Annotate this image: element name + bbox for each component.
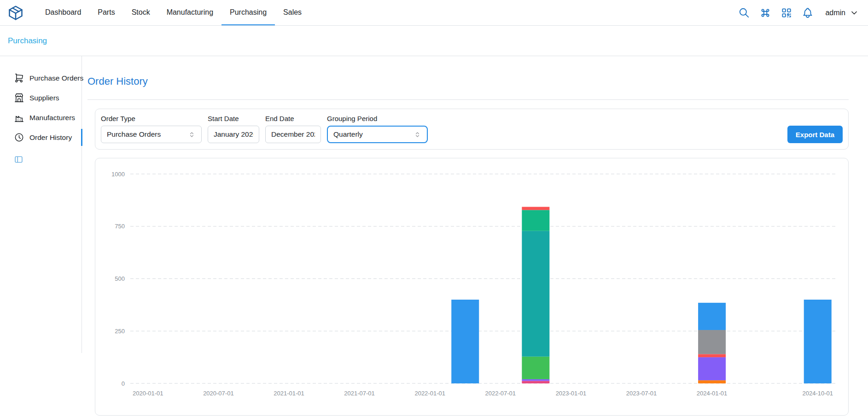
sidebar-item-label: Purchase Orders [29, 74, 83, 82]
tab-label: Purchasing [230, 8, 267, 17]
tab-sales[interactable]: Sales [275, 0, 310, 25]
sidebar-item-label: Manufacturers [29, 114, 75, 122]
app-logo-icon[interactable] [7, 0, 24, 25]
header-actions: admin [735, 0, 859, 25]
grouping-period-select[interactable]: Quarterly [327, 126, 428, 143]
tab-manufacturing[interactable]: Manufacturing [158, 0, 221, 25]
start-date-label: Start Date [208, 115, 259, 122]
building-store-icon [14, 93, 24, 103]
svg-text:2022-07-01: 2022-07-01 [485, 390, 516, 397]
sidebar-item-manufacturers[interactable]: Manufacturers [0, 108, 82, 127]
grouping-period-value: Quarterly [333, 130, 363, 139]
tab-label: Sales [283, 8, 302, 17]
command-palette-button[interactable] [756, 4, 775, 22]
grouping-period-label: Grouping Period [327, 115, 428, 122]
sidebar-collapse-button[interactable] [14, 155, 25, 166]
svg-text:500: 500 [115, 275, 125, 282]
start-date-input[interactable] [208, 126, 259, 143]
notifications-button[interactable] [798, 4, 817, 22]
end-date-group: End Date [265, 115, 321, 143]
sidebar-item-suppliers[interactable]: Suppliers [0, 88, 82, 108]
svg-text:2023-07-01: 2023-07-01 [626, 390, 657, 397]
breadcrumb: Purchasing [0, 26, 868, 56]
selector-chevrons-icon [414, 131, 421, 139]
history-icon [14, 132, 24, 143]
svg-text:2021-07-01: 2021-07-01 [344, 390, 375, 397]
order-type-label: Order Type [101, 115, 202, 122]
svg-text:2020-07-01: 2020-07-01 [203, 390, 234, 397]
start-date-group: Start Date [208, 115, 259, 143]
sidebar-collapse-icon [14, 155, 23, 164]
tab-purchasing[interactable]: Purchasing [221, 0, 275, 25]
chevron-down-icon [850, 8, 859, 17]
qr-code-icon [781, 7, 792, 19]
tab-label: Dashboard [45, 8, 81, 17]
export-data-button[interactable]: Export Data [787, 126, 843, 143]
bell-icon [802, 7, 814, 19]
svg-text:0: 0 [122, 380, 125, 387]
breadcrumb-purchasing[interactable]: Purchasing [8, 36, 47, 46]
svg-text:250: 250 [115, 328, 125, 335]
svg-text:2024-10-01: 2024-10-01 [802, 390, 833, 397]
order-type-select[interactable]: Purchase Orders [101, 126, 202, 143]
svg-text:1000: 1000 [111, 171, 125, 178]
tab-label: Parts [98, 8, 115, 17]
svg-text:2022-01-01: 2022-01-01 [414, 390, 445, 397]
filter-panel: Order Type Purchase Orders Start Date En… [95, 109, 849, 150]
order-type-value: Purchase Orders [107, 130, 161, 139]
sidebar-item-order-history[interactable]: Order History [0, 127, 82, 147]
tab-dashboard[interactable]: Dashboard [37, 0, 89, 25]
sidebar-item-label: Order History [29, 133, 72, 142]
order-history-chart: 025050075010002020-01-012020-07-012021-0… [103, 166, 841, 408]
end-date-label: End Date [265, 115, 321, 122]
main-panel: Order History Order Type Purchase Orders… [82, 56, 868, 416]
app-header: Dashboard Parts Stock Manufacturing Purc… [0, 0, 868, 26]
svg-text:2021-01-01: 2021-01-01 [274, 390, 304, 397]
sidebar: Purchase Orders Suppliers [0, 56, 82, 353]
order-history-chart-card: 025050075010002020-01-012020-07-012021-0… [95, 158, 849, 416]
username: admin [825, 9, 845, 17]
main-nav-tabs: Dashboard Parts Stock Manufacturing Purc… [37, 0, 310, 25]
tab-parts[interactable]: Parts [89, 0, 123, 25]
selector-chevrons-icon [188, 131, 196, 139]
svg-text:2020-01-01: 2020-01-01 [133, 390, 163, 397]
page-title: Order History [87, 75, 849, 88]
tab-label: Manufacturing [167, 8, 213, 17]
page: Dashboard Parts Stock Manufacturing Purc… [0, 0, 868, 416]
user-menu[interactable]: admin [825, 8, 859, 17]
sidebar-item-purchase-orders[interactable]: Purchase Orders [0, 68, 82, 88]
search-icon [738, 7, 750, 19]
end-date-input[interactable] [265, 126, 321, 143]
svg-text:2024-01-01: 2024-01-01 [697, 390, 728, 397]
tab-stock[interactable]: Stock [123, 0, 158, 25]
sidebar-item-label: Suppliers [29, 94, 59, 102]
svg-text:2023-01-01: 2023-01-01 [556, 390, 587, 397]
scan-button[interactable] [777, 4, 796, 22]
factory-icon [14, 112, 24, 123]
divider [87, 99, 849, 100]
order-type-group: Order Type Purchase Orders [101, 115, 202, 143]
content: Purchase Orders Suppliers [0, 56, 868, 416]
svg-text:750: 750 [115, 223, 125, 230]
search-button[interactable] [735, 4, 753, 22]
shopping-cart-icon [14, 73, 24, 83]
tab-label: Stock [132, 8, 150, 17]
grouping-period-group: Grouping Period Quarterly [327, 115, 428, 143]
command-icon [759, 7, 771, 19]
